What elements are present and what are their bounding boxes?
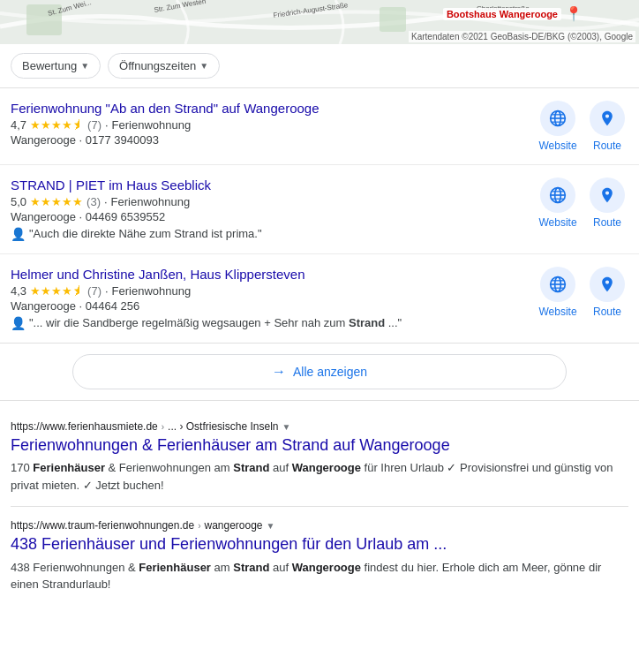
listing-item: STRAND | PIET im Haus Seeblick 5,0 ★★★★★… [0,165,639,254]
show-all-container: → Alle anzeigen [0,344,639,400]
show-all-button[interactable]: → Alle anzeigen [72,354,567,389]
listing-info: STRAND | PIET im Haus Seeblick 5,0 ★★★★★… [11,177,537,241]
listings-section: Ferienwohnung "Ab an den Strand" auf Wan… [0,88,639,344]
website-label: Website [538,216,576,229]
route-icon [590,101,625,136]
listing-separator: · [104,195,108,208]
listing-review-count: (3) [86,195,101,208]
web-result-desc: 170 Ferienhäuser & Ferienwohnungen am St… [11,459,628,494]
listing-rating: 4,3 [11,284,26,298]
listing-review: 👤 "Auch die direkte Nähe zum Strand ist … [11,227,530,241]
chevron-down-icon: ▼ [199,61,208,71]
map-attribution: Kartendaten ©2021 GeoBasis-DE/BKG (©2003… [409,31,635,42]
filter-bewertung[interactable]: Bewertung ▼ [11,53,101,79]
listing-info: Ferienwohnung "Ab an den Strand" auf Wan… [11,101,537,150]
listing-rating: 5,0 [11,195,26,208]
route-label: Route [593,306,621,318]
listing-info: Helmer und Christine Janßen, Haus Klippe… [11,267,537,330]
review-person-icon: 👤 [11,316,26,330]
listing-name[interactable]: Ferienwohnung "Ab an den Strand" auf Wan… [11,101,530,116]
route-button[interactable]: Route [586,101,628,152]
web-result-url: https://www.traum-ferienwohnungen.de › w… [11,519,628,532]
route-button[interactable]: Route [586,267,628,318]
route-label: Route [593,140,621,152]
website-icon [540,267,575,302]
listing-review-count: (7) [87,284,101,298]
listing-rating: 4,7 [11,118,26,132]
listing-address: Wangerooge · 04464 256 [11,299,530,313]
route-icon [590,177,625,213]
url-dropdown-icon[interactable]: ▼ [282,422,290,432]
url-domain: https://www.traum-ferienwohnungen.de [11,519,194,532]
website-button[interactable]: Website [537,101,579,152]
website-button[interactable]: Website [537,267,579,318]
listing-item: Ferienwohnung "Ab an den Strand" auf Wan… [0,88,639,165]
review-text: "... wir die Sandberge regelmäßig wegsau… [29,316,402,329]
web-results-section: https://www.ferienhausmiete.de › ... › O… [0,408,639,606]
web-result-title[interactable]: Ferienwohnungen & Ferienhäuser am Strand… [11,435,628,456]
route-label: Route [593,216,621,229]
listing-review-count: (7) [87,118,101,132]
listing-name[interactable]: STRAND | PIET im Haus Seeblick [11,177,530,193]
listing-review: 👤 "... wir die Sandberge regelmäßig wegs… [11,316,530,330]
listing-stars: ★★★★⯨ [30,118,84,132]
svg-rect-2 [380,7,406,32]
listing-address: Wangerooge · 0177 3940093 [11,133,530,147]
review-text: "Auch die direkte Nähe zum Strand ist pr… [29,227,262,240]
web-result-url: https://www.ferienhausmiete.de › ... › O… [11,420,628,433]
map-pin-icon: 📍 [565,5,583,22]
website-icon [540,101,575,136]
website-icon [540,177,575,213]
map-pin-label: Bootshaus Wangerooge [443,8,561,20]
listing-meta: 5,0 ★★★★★ (3) · Ferienwohnung [11,195,530,208]
listing-address: Wangerooge · 04469 6539552 [11,210,530,223]
web-result-title[interactable]: 438 Ferienhäuser und Ferienwohnungen für… [11,534,628,555]
show-all-label: Alle anzeigen [293,365,367,379]
listing-type: Ferienwohnung [112,118,192,132]
listing-separator: · [105,284,109,298]
arrow-icon: → [272,364,286,380]
filter-bar: Bewertung ▼ Öffnungszeiten ▼ [0,44,639,88]
listing-actions: Website Route [537,101,628,152]
filter-oeffnungszeiten-label: Öffnungszeiten [119,59,196,72]
web-result-desc: 438 Ferienwohnungen & Ferienhäuser am St… [11,559,628,593]
url-separator-icon: › [162,422,164,432]
url-breadcrumb: wangerooge [204,519,262,532]
listing-separator: · [105,118,109,132]
section-divider [0,400,639,401]
website-label: Website [538,140,576,152]
url-separator-icon: › [198,521,200,531]
filter-bewertung-label: Bewertung [22,59,77,72]
route-icon [590,267,625,302]
website-button[interactable]: Website [537,177,579,229]
url-dropdown-icon[interactable]: ▼ [267,521,275,531]
listing-item: Helmer und Christine Janßen, Haus Klippe… [0,254,639,343]
listing-meta: 4,7 ★★★★⯨ (7) · Ferienwohnung [11,118,530,132]
map-area: St. Zum Wei... Str. Zum Westen Friedrich… [0,0,639,44]
chevron-down-icon: ▼ [80,61,89,71]
url-domain: https://www.ferienhausmiete.de [11,420,158,433]
listing-stars: ★★★★★ [30,195,83,208]
listing-actions: Website Route [537,177,628,229]
listing-meta: 4,3 ★★★★⯨ (7) · Ferienwohnung [11,284,530,298]
filter-oeffnungszeiten[interactable]: Öffnungszeiten ▼ [108,53,220,79]
listing-stars: ★★★★⯨ [30,284,84,298]
route-button[interactable]: Route [586,177,628,229]
web-result: https://www.ferienhausmiete.de › ... › O… [11,408,628,506]
review-person-icon: 👤 [11,227,26,241]
listing-actions: Website Route [537,267,628,318]
url-breadcrumb: ... › Ostfriesische Inseln [168,420,278,433]
listing-type: Ferienwohnung [112,284,192,298]
web-result: https://www.traum-ferienwohnungen.de › w… [11,506,628,605]
listing-type: Ferienwohnung [111,195,191,208]
listing-name[interactable]: Helmer und Christine Janßen, Haus Klippe… [11,267,530,282]
website-label: Website [538,306,576,318]
